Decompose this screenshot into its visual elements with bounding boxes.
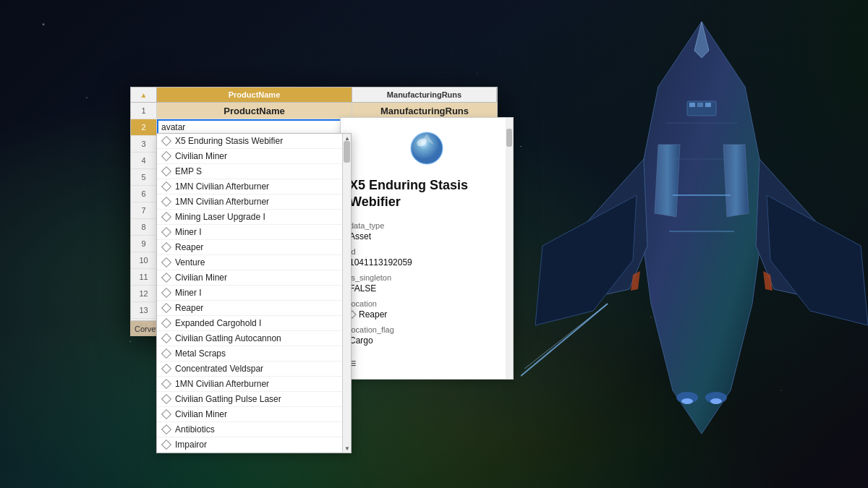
row-number: 3 xyxy=(131,136,157,152)
autocomplete-item[interactable]: Civilian Gatling Pulse Laser xyxy=(157,392,351,407)
autocomplete-item[interactable]: Civilian Gatling Autocannon xyxy=(157,331,351,346)
autocomplete-item[interactable]: 1MN Civilian Afterburner xyxy=(157,179,351,194)
autocomplete-item[interactable]: Civilian Miner xyxy=(157,149,351,164)
item-diamond-icon xyxy=(161,257,171,267)
detail-id-label: id xyxy=(349,247,504,256)
detail-location-value: Reaper xyxy=(349,309,504,320)
item-diamond-icon xyxy=(161,424,171,435)
item-diamond-icon xyxy=(161,227,171,237)
item-diamond-icon xyxy=(161,197,171,207)
item-diamond-icon xyxy=(161,181,171,192)
row-number: 8 xyxy=(131,219,157,235)
item-diamond-icon xyxy=(161,136,171,146)
cell-b1[interactable]: ManufacturingRuns xyxy=(352,103,497,119)
autocomplete-item-text: 1MN Civilian Afterburner xyxy=(175,197,269,207)
item-diamond-icon xyxy=(161,348,171,359)
item-diamond-icon xyxy=(161,151,171,161)
detail-location-flag-value: Cargo xyxy=(349,335,504,346)
autocomplete-item[interactable]: Metal Scraps xyxy=(157,346,351,361)
autocomplete-item-text: Miner I xyxy=(175,227,202,237)
item-diamond-icon xyxy=(161,379,171,389)
col-b-label: ManufacturingRuns xyxy=(387,90,461,99)
detail-singleton-value: FALSE xyxy=(349,283,504,294)
svg-rect-16 xyxy=(697,103,703,107)
autocomplete-item[interactable]: Mining Laser Upgrade I xyxy=(157,210,351,225)
svg-point-10 xyxy=(681,398,693,404)
detail-data-type-label: data_type xyxy=(349,221,504,230)
cell-b1-value: ManufacturingRuns xyxy=(380,106,469,116)
autocomplete-item-text: X5 Enduring Stasis Webifier xyxy=(175,136,283,146)
detail-menu-icon[interactable]: ≡ xyxy=(349,357,504,370)
item-diamond-icon xyxy=(161,303,171,313)
autocomplete-item[interactable]: EMP S xyxy=(157,164,351,179)
cell-a1[interactable]: ProductName xyxy=(157,103,352,119)
corner-cell: ▲ xyxy=(131,87,157,102)
item-diamond-icon xyxy=(161,409,171,419)
autocomplete-item[interactable]: Venture xyxy=(157,255,351,270)
item-diamond-icon xyxy=(161,166,171,176)
row-number: 5 xyxy=(131,169,157,185)
autocomplete-item[interactable]: Reaper xyxy=(157,240,351,255)
item-diamond-icon xyxy=(161,288,171,298)
autocomplete-item-text: Miner I xyxy=(175,288,202,298)
autocomplete-item[interactable]: Concentrated Veldspar xyxy=(157,361,351,377)
autocomplete-item[interactable]: 1MN Civilian Afterburner xyxy=(157,377,351,392)
autocomplete-item-text: Civilian Gatling Autocannon xyxy=(175,333,281,343)
autocomplete-item[interactable]: Miner I xyxy=(157,225,351,240)
autocomplete-item-text: Expanded Cargohold I xyxy=(175,318,261,328)
autocomplete-item[interactable]: Miner I xyxy=(157,286,351,301)
autocomplete-item[interactable]: Impairor xyxy=(157,437,351,453)
svg-marker-5 xyxy=(655,145,680,217)
svg-rect-17 xyxy=(705,103,711,107)
autocomplete-dropdown[interactable]: X5 Enduring Stasis Webifier Civilian Min… xyxy=(156,133,352,453)
row-number: 13 xyxy=(131,302,157,318)
autocomplete-item-text: Antibiotics xyxy=(175,424,215,435)
item-image xyxy=(405,127,448,170)
autocomplete-item-text: 1MN Civilian Afterburner xyxy=(175,181,269,192)
autocomplete-item[interactable]: Civilian Miner xyxy=(157,407,351,422)
row-number: 4 xyxy=(131,153,157,168)
location-value-text: Reaper xyxy=(359,309,387,320)
item-diamond-icon xyxy=(161,394,171,404)
row-number: 12 xyxy=(131,286,157,301)
dropdown-scrollbar[interactable]: ▲ ▼ xyxy=(342,134,351,453)
col-b-header[interactable]: ManufacturingRuns xyxy=(352,87,497,102)
detail-id-value: 1041113192059 xyxy=(349,257,504,267)
autocomplete-item-text: Civilian Miner xyxy=(175,273,227,283)
spreadsheet-container: ▲ ProductName ManufacturingRuns 1 Produc… xyxy=(130,87,498,336)
column-headers: ▲ ProductName ManufacturingRuns xyxy=(131,87,497,103)
item-diamond-icon xyxy=(161,364,171,374)
autocomplete-item-text: Reaper xyxy=(175,303,203,313)
col-a-header[interactable]: ProductName xyxy=(157,87,352,102)
spaceship-image xyxy=(521,14,868,448)
autocomplete-item-text: Civilian Gatling Pulse Laser xyxy=(175,394,281,404)
detail-scroll-thumb[interactable] xyxy=(506,129,512,147)
scroll-thumb[interactable] xyxy=(344,141,350,163)
row-number: 11 xyxy=(131,269,157,285)
row-number: 10 xyxy=(131,252,157,268)
scroll-down-arrow[interactable]: ▼ xyxy=(343,444,352,453)
cell-a1-value: ProductName xyxy=(224,106,285,116)
autocomplete-item-text: Reaper xyxy=(175,242,203,252)
autocomplete-item[interactable]: 1MN Civilian Afterburner xyxy=(157,194,351,210)
autocomplete-item[interactable]: X5 Enduring Stasis Webifier xyxy=(157,134,351,149)
autocomplete-item-text: Concentrated Veldspar xyxy=(175,364,263,374)
row-number: 6 xyxy=(131,186,157,202)
svg-marker-6 xyxy=(723,145,749,217)
autocomplete-item-text: 1MN Civilian Afterburner xyxy=(175,379,269,389)
detail-scrollbar[interactable] xyxy=(506,118,513,379)
autocomplete-item[interactable]: Antibiotics xyxy=(157,422,351,437)
item-diamond-icon xyxy=(161,318,171,328)
autocomplete-item-text: Metal Scraps xyxy=(175,348,226,359)
cell-a2-input[interactable] xyxy=(161,122,348,132)
row-number: 1 xyxy=(131,103,157,119)
detail-location-label: location xyxy=(349,299,504,308)
autocomplete-item[interactable]: Expanded Cargohold I xyxy=(157,316,351,331)
col-a-label: ProductName xyxy=(229,90,281,99)
detail-card: X5 Enduring Stasis Webifier data_type As… xyxy=(340,117,514,380)
corner-icon: ▲ xyxy=(140,91,148,99)
autocomplete-item-text: Civilian Miner xyxy=(175,409,227,419)
autocomplete-item[interactable]: Reaper xyxy=(157,301,351,316)
detail-item-name: X5 Enduring Stasis Webifier xyxy=(349,177,504,211)
autocomplete-item[interactable]: Civilian Miner xyxy=(157,270,351,286)
